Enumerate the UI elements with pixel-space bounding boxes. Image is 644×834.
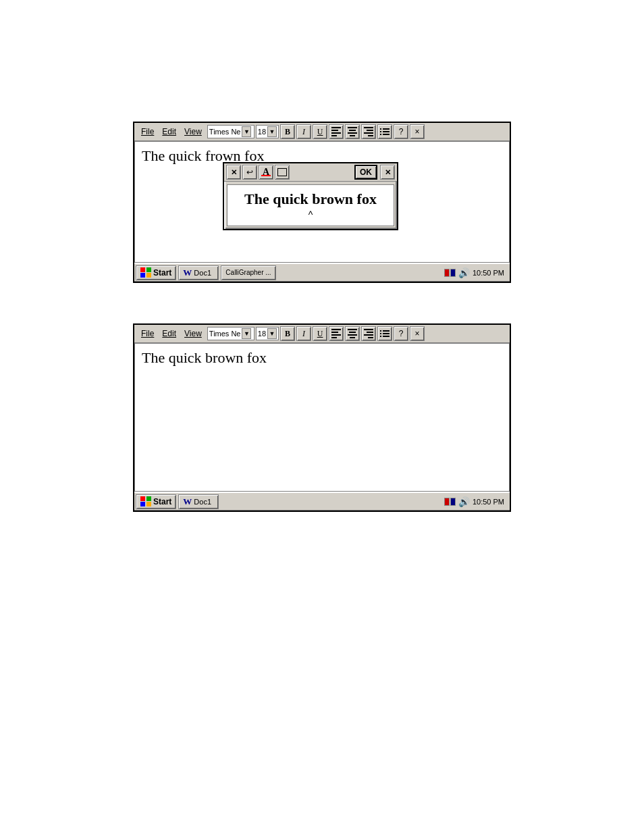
- font-selector-2[interactable]: Times Ne ▼: [207, 327, 254, 340]
- taskbar-1: Start W Doc1 CalliGrapher ... 🔊 10:50 PM: [134, 263, 510, 282]
- menu-edit-1[interactable]: Edit: [158, 126, 180, 137]
- menu-bar-2: File Edit View: [137, 328, 206, 339]
- spell-toolbar: ✕ ↩ A OK: [224, 163, 397, 182]
- clock-2: 10:50 PM: [473, 498, 504, 506]
- help-button-2[interactable]: ?: [394, 326, 408, 341]
- start-button-2[interactable]: Start: [136, 494, 176, 509]
- spell-caret: ^: [308, 209, 313, 220]
- spell-ok-button[interactable]: OK: [354, 165, 377, 180]
- menu-view-2[interactable]: View: [180, 328, 206, 339]
- calligraph-label-1: CalliGrapher ...: [225, 269, 271, 276]
- align-left-button-1[interactable]: [329, 124, 344, 139]
- start-logo-1: [140, 267, 151, 278]
- align-center-button-1[interactable]: [345, 124, 360, 139]
- speaker-icon-1: 🔊: [458, 267, 470, 278]
- spell-check-popup: ✕ ↩ A OK: [223, 162, 398, 230]
- underline-button-1[interactable]: U: [313, 124, 327, 139]
- taskbar-doc-1[interactable]: W Doc1: [178, 265, 219, 280]
- word-icon-1: W: [183, 267, 192, 278]
- size-selector-2[interactable]: 18 ▼: [256, 327, 279, 340]
- start-label-2: Start: [153, 497, 171, 506]
- toolbar-2: File Edit View Times Ne ▼ 18 ▼ B I U: [134, 325, 510, 343]
- word-icon-2: W: [183, 496, 192, 507]
- align-right-button-2[interactable]: [361, 326, 376, 341]
- close-button-1[interactable]: ×: [410, 124, 425, 139]
- align-left-button-2[interactable]: [329, 326, 344, 341]
- menu-edit-2[interactable]: Edit: [158, 328, 180, 339]
- clock-1: 10:50 PM: [473, 269, 504, 277]
- start-logo-2: [140, 496, 151, 507]
- spell-rect-button[interactable]: [275, 165, 290, 180]
- content-area-2[interactable]: The quick brown fox: [134, 343, 510, 492]
- spell-close-button[interactable]: ✕: [226, 165, 241, 180]
- speaker-icon-2: 🔊: [458, 496, 470, 507]
- window-1: File Edit View Times Ne ▼ 18 ▼ B I U: [133, 122, 511, 283]
- align-center-button-2[interactable]: [345, 326, 360, 341]
- menu-bar-1: File Edit View: [137, 126, 206, 137]
- font-selector-1[interactable]: Times Ne ▼: [207, 125, 254, 138]
- font-dropdown-arrow-2[interactable]: ▼: [242, 328, 251, 339]
- menu-view-1[interactable]: View: [180, 126, 206, 137]
- bold-button-2[interactable]: B: [280, 326, 295, 341]
- help-button-1[interactable]: ?: [394, 124, 408, 139]
- font-dropdown-arrow-1[interactable]: ▼: [242, 126, 251, 137]
- content-area-1[interactable]: The quick frown fox ✕ ↩ A: [134, 141, 510, 263]
- size-dropdown-arrow-1[interactable]: ▼: [267, 126, 277, 137]
- window-2: File Edit View Times Ne ▼ 18 ▼ B I U: [133, 323, 511, 512]
- document-text-2: The quick brown fox: [142, 349, 502, 367]
- taskbar-tray-2: 🔊 10:50 PM: [440, 496, 508, 507]
- start-label-1: Start: [153, 268, 171, 278]
- spell-popup-content: The quick brown fox ^: [227, 184, 394, 226]
- spell-undo-button[interactable]: ↩: [242, 165, 257, 180]
- menu-file-2[interactable]: File: [137, 328, 158, 339]
- taskbar-2: Start W Doc1 🔊 10:50 PM: [134, 492, 510, 511]
- toolbar-1: File Edit View Times Ne ▼ 18 ▼ B I U: [134, 123, 510, 141]
- italic-button-1[interactable]: I: [296, 124, 311, 139]
- doc-label-2: Doc1: [194, 498, 211, 506]
- size-selector-1[interactable]: 18 ▼: [256, 125, 279, 138]
- menu-file-1[interactable]: File: [137, 126, 158, 137]
- italic-button-2[interactable]: I: [296, 326, 311, 341]
- list-button-2[interactable]: [377, 326, 392, 341]
- spell-check-icon[interactable]: A: [259, 165, 273, 180]
- close-button-2[interactable]: ×: [410, 326, 425, 341]
- list-button-1[interactable]: [377, 124, 392, 139]
- network-icon-2: [444, 498, 456, 506]
- size-dropdown-arrow-2[interactable]: ▼: [267, 328, 277, 339]
- taskbar-calligraph-1[interactable]: CalliGrapher ...: [221, 265, 275, 280]
- align-right-button-1[interactable]: [361, 124, 376, 139]
- taskbar-doc-2[interactable]: W Doc1: [178, 494, 219, 509]
- doc-label-1: Doc1: [194, 269, 211, 277]
- network-icon-1: [444, 269, 456, 277]
- spell-dismiss-button[interactable]: ✕: [380, 165, 395, 180]
- taskbar-tray-1: 🔊 10:50 PM: [440, 267, 508, 278]
- bold-button-1[interactable]: B: [280, 124, 295, 139]
- start-button-1[interactable]: Start: [136, 265, 176, 280]
- underline-button-2[interactable]: U: [313, 326, 327, 341]
- spell-corrected-text: The quick brown fox: [244, 190, 377, 208]
